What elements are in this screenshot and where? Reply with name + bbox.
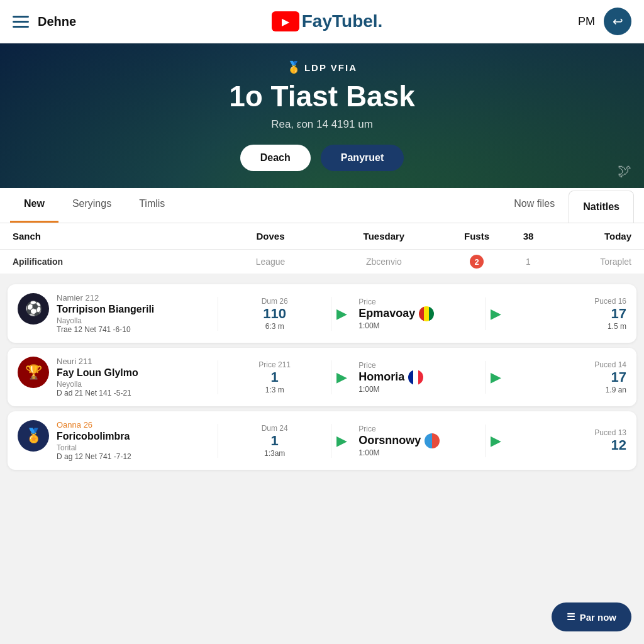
- play-btn-1[interactable]: ▶: [336, 306, 347, 322]
- banner: 🥇 LDP VFIA 1o Tiast Bask Rea, εon 14 419…: [0, 43, 644, 188]
- match-card-3[interactable]: 🏅 Oanna 26 Foricobolimbra Torital D ag 1…: [8, 411, 636, 470]
- tab-timlis[interactable]: Timlis: [125, 188, 179, 223]
- sub-num1: 1: [508, 257, 549, 267]
- tabs-container: New Seryings Timlis Now files Natitles: [0, 188, 644, 223]
- banner-subtitle: Rea, εon 14 4191 um: [229, 118, 415, 131]
- match-number-3: Oanna 26: [57, 420, 131, 430]
- mr-sub-1: 1.5 m: [608, 322, 626, 331]
- avatar[interactable]: [604, 8, 631, 35]
- main-content: Sanch Doves Tuesdary Fusts 38 Today Apil…: [0, 223, 644, 601]
- logo[interactable]: FayTubel.: [272, 11, 383, 31]
- match-right-mid-3: Price Oorsnnowy 1:00M: [352, 425, 486, 457]
- match-right-2: Puced 14 17 1.9 an: [506, 360, 626, 394]
- flag-bo-1: [419, 306, 434, 321]
- tab-natitles[interactable]: Natitles: [569, 191, 634, 223]
- flag-split-3: [425, 433, 440, 448]
- match-mid-3: Dum 24 1 1:3am: [218, 424, 331, 458]
- match-info-1: Namier 212 Torripison Biangerili Nayolla…: [57, 293, 154, 334]
- col-doves: Doves: [219, 231, 322, 242]
- mr-label-3: Puced 13: [594, 428, 626, 437]
- team-logo-2: 🏆: [18, 357, 49, 388]
- match-left-1: ⚽ Namier 212 Torripison Biangerili Nayol…: [18, 293, 218, 334]
- header-right: PM: [578, 8, 631, 35]
- play-btn-3[interactable]: ▶: [336, 433, 347, 449]
- mid-val-1: 110: [263, 306, 286, 322]
- match-info-3: Oanna 26 Foricobolimbra Torital D ag 12 …: [57, 420, 131, 461]
- match-sub1-2: Neyolla: [57, 380, 138, 389]
- par-now-label: Par now: [580, 612, 616, 623]
- menu-icon[interactable]: [13, 16, 29, 28]
- rm-val-1: Epmavoay: [358, 307, 415, 320]
- sub-header: Apilification League Zbcenvio 2 1 Torapl…: [0, 250, 644, 274]
- match-right-mid-1: Price Epmavoay 1:00M: [352, 297, 486, 330]
- app-header: Dehne FayTubel. PM: [0, 0, 644, 43]
- match-card-2[interactable]: 🏆 Neuri 211 Fay Loun Glylmo Neyolla D ad…: [8, 348, 636, 406]
- col-38: 38: [508, 231, 549, 242]
- col-today: Today: [549, 231, 631, 242]
- play-btn-2b[interactable]: ▶: [491, 369, 501, 386]
- match-left-2: 🏆 Neuri 211 Fay Loun Glylmo Neyolla D ad…: [18, 357, 218, 397]
- play-btn-2[interactable]: ▶: [336, 369, 347, 386]
- mid-label-3: Dum 24: [262, 424, 288, 433]
- mid-time-2: 1:3 m: [265, 386, 284, 394]
- match-card-1[interactable]: ⚽ Namier 212 Torripison Biangerili Nayol…: [8, 284, 636, 343]
- mr-sub-2: 1.9 an: [606, 386, 626, 394]
- match-left-3: 🏅 Oanna 26 Foricobolimbra Torital D ag 1…: [18, 420, 218, 461]
- mid-label-2: Price 211: [258, 360, 291, 369]
- rm-val-2: Homoria: [358, 370, 404, 384]
- sub-apil: Apilification: [13, 257, 219, 267]
- banner-content: 🥇 LDP VFIA 1o Tiast Bask Rea, εon 14 419…: [229, 60, 415, 171]
- mid-val-2: 1: [271, 369, 279, 386]
- play-btn-3b[interactable]: ▶: [491, 433, 501, 449]
- table-header: Sanch Doves Tuesdary Fusts 38 Today: [0, 223, 644, 250]
- rm-time-1: 1:00M: [358, 321, 379, 330]
- rm-flag-2: Homoria: [358, 370, 423, 385]
- header-name: Dehne: [38, 14, 76, 29]
- banner-title: 1o Tiast Bask: [229, 79, 415, 113]
- mr-val-2: 17: [611, 369, 626, 386]
- logo-text: FayTubel.: [302, 11, 383, 31]
- match-row-3: 🏅 Oanna 26 Foricobolimbra Torital D ag 1…: [18, 420, 626, 461]
- match-right-mid-2: Price Homoria 1:00M: [352, 361, 486, 394]
- par-icon: [567, 611, 575, 623]
- tab-now-files[interactable]: Now files: [500, 188, 569, 223]
- mr-label-1: Puced 16: [594, 297, 626, 306]
- rm-label-2: Price: [358, 361, 375, 370]
- rm-val-3: Oorsnnowy: [358, 434, 421, 447]
- play-btn-1b[interactable]: ▶: [491, 306, 501, 322]
- match-sub2-3: D ag 12 Net 741 -7-12: [57, 452, 131, 461]
- match-name-1: Torripison Biangerili: [57, 304, 154, 315]
- col-tuesday: Tuesdary: [322, 231, 446, 242]
- tab-seryings[interactable]: Seryings: [58, 188, 125, 223]
- match-number-1: Namier 212: [57, 293, 154, 303]
- team-logo-3: 🏅: [18, 420, 49, 452]
- match-row-2: 🏆 Neuri 211 Fay Loun Glylmo Neyolla D ad…: [18, 357, 626, 397]
- flag-fr-2: [408, 370, 423, 385]
- deach-button[interactable]: Deach: [240, 145, 311, 171]
- sub-badge: 2: [446, 255, 508, 269]
- tab-new[interactable]: New: [10, 188, 58, 223]
- match-sub1-3: Torital: [57, 443, 131, 452]
- col-sanch: Sanch: [13, 231, 219, 242]
- rm-label-1: Price: [358, 297, 375, 306]
- banner-badge: 🥇 LDP VFIA: [229, 60, 415, 74]
- banner-buttons: Deach Panyruet: [229, 145, 415, 171]
- match-sub1-1: Nayolla: [57, 316, 154, 325]
- mid-val-3: 1: [271, 433, 279, 449]
- match-right-3: Puced 13 12: [506, 428, 626, 453]
- match-sub2-1: Trae 12 Net 741 -6-10: [57, 325, 154, 334]
- par-now-button[interactable]: Par now: [552, 602, 631, 631]
- mid-label-1: Dum 26: [262, 297, 288, 306]
- team-logo-1: ⚽: [18, 293, 49, 325]
- panyruet-button[interactable]: Panyruet: [321, 145, 404, 171]
- bird-icon: 🕊: [618, 163, 631, 179]
- match-mid-1: Dum 26 110 6:3 m: [218, 297, 331, 331]
- match-name-3: Foricobolimbra: [57, 431, 131, 442]
- match-number-2: Neuri 211: [57, 357, 138, 366]
- badge-icon: 🥇: [287, 60, 301, 74]
- match-info-2: Neuri 211 Fay Loun Glylmo Neyolla D ad 2…: [57, 357, 138, 397]
- sub-zbc: Zbcenvio: [322, 257, 446, 267]
- pm-label: PM: [578, 15, 595, 28]
- rm-time-2: 1:00M: [358, 385, 379, 394]
- mr-val-1: 17: [611, 306, 626, 322]
